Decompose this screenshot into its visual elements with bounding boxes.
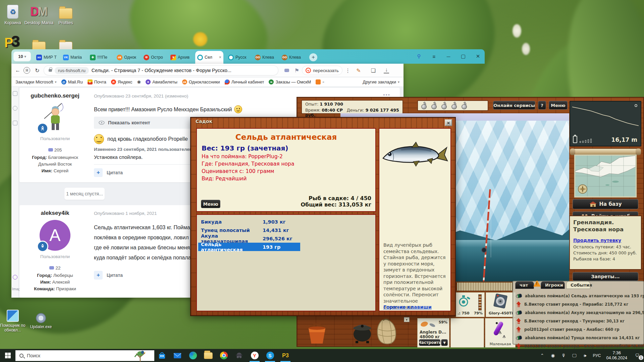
quote-button[interactable]: Цитата <box>107 170 123 175</box>
quote-button[interactable]: Цитата <box>107 273 123 278</box>
collapse-toggle[interactable]: ▾ <box>404 317 410 322</box>
hotkeys-link[interactable]: Горячие клавиши <box>383 304 432 310</box>
refresh-icon[interactable]: ↻ <box>33 66 42 75</box>
post-author[interactable]: aleksey4ik <box>19 210 91 217</box>
bookmark-item[interactable]: ✈Авиабилеты <box>146 79 177 84</box>
url-domain[interactable]: rus-fishsoft.ru <box>55 67 89 74</box>
to-base-button[interactable]: На базу <box>573 199 638 209</box>
desktop-icon-updater[interactable]: Updater.exe <box>24 307 58 329</box>
dialog-close-button[interactable]: × <box>445 119 452 126</box>
browser-tab[interactable]: ✚!!!!Пе <box>88 51 114 64</box>
fish-row[interactable]: Бикуда1,903 кг <box>198 218 300 226</box>
flask-icon[interactable] <box>451 102 458 109</box>
browser-menu-icon[interactable]: ≡ <box>429 52 439 61</box>
multiquote-button[interactable]: + <box>94 168 103 177</box>
bookmark-item[interactable]: ❧Заказы — ОмскМ <box>269 79 311 84</box>
taskbar-chrome-icon[interactable] <box>216 349 231 362</box>
browser-tab[interactable]: okОднок <box>115 51 141 64</box>
bookmark-item[interactable]: » <box>316 79 324 84</box>
panel-icon[interactable] <box>13 121 17 125</box>
address-bar[interactable]: rus-fishsoft.ru Сельди. - Страница 7 - О… <box>44 65 278 75</box>
tray-recorder-icon[interactable]: ◉ <box>548 349 558 362</box>
language-indicator[interactable]: РУС <box>591 349 603 362</box>
browser-tab[interactable]: ʘʘКлева <box>253 51 279 64</box>
download-icon[interactable]: ↓ <box>384 67 389 73</box>
browser-tab-active[interactable]: Сел× <box>195 51 223 64</box>
more-options-icon[interactable]: ⋮ <box>343 66 352 75</box>
browser-tab[interactable]: ФОстро <box>142 51 168 64</box>
protect-icon[interactable]: ⚲ <box>414 52 424 61</box>
minimize-button[interactable]: ─ <box>443 52 453 61</box>
yandex-badge-icon[interactable]: Я <box>23 67 30 74</box>
panel-icon[interactable] <box>13 275 17 280</box>
taskbar-edge-icon[interactable] <box>185 349 201 362</box>
online-services-button[interactable]: Онлайн сервисы <box>493 101 535 110</box>
bans-button[interactable]: Запреты... <box>573 272 638 281</box>
tab-chat[interactable]: чат <box>515 281 534 289</box>
taskbar-skype-icon[interactable]: S <box>262 349 278 362</box>
flask-icon[interactable] <box>441 102 447 109</box>
tray-microphone-icon[interactable]: 🎙 <box>558 349 569 362</box>
post-author[interactable]: gubchenko.sergej <box>19 93 91 99</box>
dropdown-button[interactable]: ▼ <box>441 339 448 346</box>
bookmark-item[interactable]: Закладки Microsoft▾ <box>15 79 57 84</box>
bookmark-item[interactable]: ✱ <box>137 79 141 85</box>
game-menu-button[interactable]: Меню <box>549 101 568 110</box>
flask-icon[interactable] <box>431 102 437 109</box>
lure-slot[interactable]: Маленькая <box>485 318 516 348</box>
notifications-icon[interactable]: 🗩 1 <box>631 349 644 362</box>
retell-button[interactable]: ч пересказать <box>302 66 342 75</box>
help-button[interactable]: ? <box>538 101 546 110</box>
multiquote-button[interactable]: + <box>94 271 103 280</box>
taskbar-store-icon[interactable] <box>154 349 170 362</box>
rod-slot[interactable]: 59% Anglers D... 48000 кг Настроить ▼ <box>417 318 449 348</box>
reel-slot[interactable]: .: 750 79% <box>456 292 485 317</box>
minimap[interactable] <box>574 155 637 197</box>
clock[interactable]: 7:36 04.06.2024 <box>603 351 630 361</box>
start-button[interactable] <box>0 349 15 362</box>
bookmark-item[interactable]: @Mail.Ru <box>61 79 83 84</box>
browser-tab[interactable]: ʘʘКлева <box>280 51 306 64</box>
bookmark-flag-icon[interactable]: ⚑ <box>292 66 301 75</box>
comments-icon[interactable] <box>283 66 292 75</box>
browser-tab[interactable]: Русск <box>226 51 253 64</box>
taskbar-rf3-icon[interactable]: Р3 <box>278 349 293 362</box>
configure-button[interactable]: Настроить <box>419 339 440 346</box>
tab-counter-button[interactable]: 10▾ <box>13 52 31 61</box>
taskbar-search[interactable]: Поиск <box>15 350 154 361</box>
new-tab-button[interactable]: + <box>309 53 317 61</box>
flask-icon[interactable] <box>462 102 468 109</box>
line-slot[interactable]: Glory-450Ti <box>486 292 516 317</box>
cauldron-icon[interactable] <box>352 319 373 344</box>
extend-permit-link[interactable]: Продлить путевку <box>573 238 621 243</box>
maximize-button[interactable]: ▢ <box>458 52 468 61</box>
panel-icon[interactable] <box>13 106 17 111</box>
browser-tab[interactable]: ▼Архив <box>168 51 195 64</box>
bookmark-item[interactable]: Личный кабинет <box>225 79 264 84</box>
empty-slot[interactable] <box>450 318 484 348</box>
browser-tab[interactable]: хоМИР Т <box>34 51 61 64</box>
tray-volume-icon[interactable]: 🕪 <box>580 349 590 362</box>
taskbar-mail-icon[interactable] <box>170 349 185 362</box>
creel-sack-icon[interactable] <box>375 317 398 345</box>
tab-players[interactable]: Игроки <box>541 281 565 289</box>
flask-icon[interactable] <box>421 102 427 109</box>
taskbar-explorer-icon[interactable] <box>201 349 216 362</box>
bookmark-item[interactable]: okОдноклассники <box>182 79 220 84</box>
highlighter-icon[interactable]: ✎ <box>354 66 363 75</box>
fish-row-selected[interactable]: Сельдь атлантическая193 гр <box>198 243 300 251</box>
keepnet-menu-button[interactable]: Меню <box>201 200 220 208</box>
bookmark-item[interactable]: ЯЯндекс <box>111 79 132 84</box>
tab-events[interactable]: События <box>566 281 590 289</box>
panel-icon[interactable] <box>13 91 17 96</box>
taskbar-yandex-icon[interactable]: Y <box>247 349 262 362</box>
close-tab-icon[interactable]: × <box>219 55 221 60</box>
back-icon[interactable]: ← <box>13 66 22 75</box>
tray-network-icon[interactable]: 🖵 <box>569 349 579 362</box>
taskbar-incognito-icon[interactable] <box>231 349 247 362</box>
desktop-icon-profiles[interactable]: Profiles <box>50 3 82 25</box>
bucket-icon[interactable] <box>307 318 327 345</box>
tray-chevron-icon[interactable]: ⌃ <box>537 349 547 362</box>
close-button[interactable]: ✕ <box>473 52 483 61</box>
bookmark-item[interactable]: ▼Почта <box>88 79 106 84</box>
